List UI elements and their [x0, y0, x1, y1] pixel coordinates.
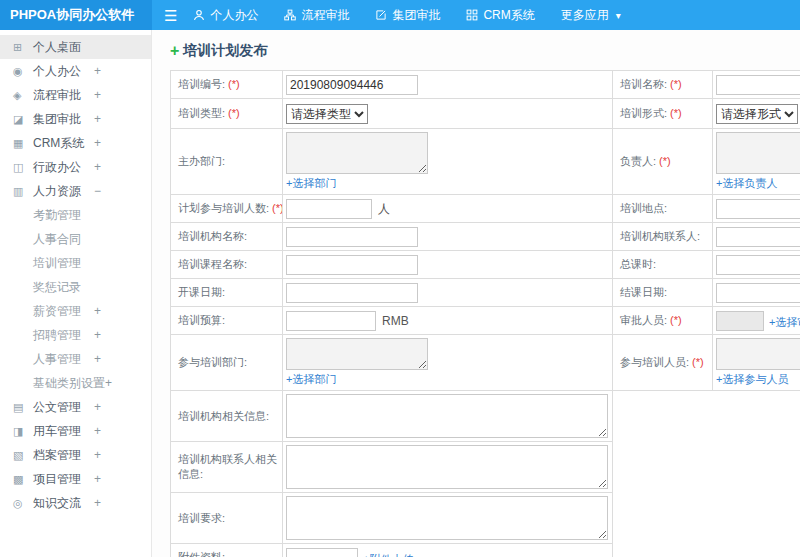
planned-participants-input[interactable] — [286, 199, 372, 219]
training-org-name-input[interactable] — [286, 227, 418, 247]
nav-label: CRM系统 — [483, 7, 534, 24]
select-department-link[interactable]: +选择部门 — [286, 372, 336, 387]
sidebar-item-hr[interactable]: ▥ 人力资源 − — [0, 179, 151, 203]
page-title: + 培训计划发布 — [170, 42, 800, 60]
sidebar-item-group-approval[interactable]: ◪ 集团审批 + — [0, 107, 151, 131]
sidebar-item-rewards[interactable]: 奖惩记录 — [0, 275, 151, 299]
course-name-input[interactable] — [286, 255, 418, 275]
nav-label: 流程审批 — [301, 7, 349, 24]
grid-icon — [466, 9, 478, 21]
select-leader-link[interactable]: +选择负责人 — [716, 176, 777, 191]
form-row: 培训编号:(*) 培训名称:(*) — [171, 71, 800, 99]
nav-crm[interactable]: CRM系统 — [466, 7, 534, 24]
host-department-textarea[interactable] — [286, 132, 428, 174]
expand-marker: + — [105, 377, 112, 389]
required-mark: (*) — [692, 356, 704, 368]
sidebar-item-archives[interactable]: ▧ 档案管理 + — [0, 443, 151, 467]
expand-marker: + — [94, 449, 101, 461]
expand-marker: + — [94, 329, 101, 341]
sidebar-item-documents[interactable]: ▤ 公文管理 + — [0, 395, 151, 419]
participating-departments-textarea[interactable] — [286, 338, 428, 370]
training-requirements-textarea[interactable] — [286, 496, 608, 540]
form-row: 开课日期: 结课日期: — [171, 279, 800, 307]
desktop-icon: ⊞ — [13, 41, 28, 54]
nav-more-apps[interactable]: 更多应用 ▾ — [561, 7, 621, 24]
project-icon: ▩ — [13, 473, 28, 486]
required-mark: (*) — [228, 107, 240, 119]
expand-marker: + — [94, 497, 101, 509]
required-mark: (*) — [670, 107, 682, 119]
sidebar-item-desktop[interactable]: ⊞ 个人桌面 — [0, 35, 151, 59]
approver-input[interactable] — [716, 311, 764, 331]
form-row: 培训课程名称: 总课时: — [171, 251, 800, 279]
training-number-input[interactable] — [286, 75, 418, 95]
sidebar-item-personal-office[interactable]: ◉ 个人办公 + — [0, 59, 151, 83]
menu-icon[interactable]: ☰ — [164, 8, 177, 23]
required-mark: (*) — [670, 78, 682, 90]
sidebar-item-salary[interactable]: 薪资管理 + — [0, 299, 151, 323]
total-hours-input[interactable] — [716, 255, 800, 275]
org-contact-info-textarea[interactable] — [286, 445, 608, 489]
leader-textarea[interactable] — [716, 132, 800, 174]
unit-suffix: 人 — [378, 202, 390, 216]
form-row: 培训预算: RMB 审批人员:(*) +选择审批人员 — [171, 307, 800, 335]
sidebar-item-hr-contract[interactable]: 人事合同 — [0, 227, 151, 251]
form-row: 计划参与培训人数:(*) 人 培训地点: — [171, 195, 800, 223]
caret-down-icon: ▾ — [616, 10, 621, 21]
expand-marker: + — [94, 137, 101, 149]
select-participants-link[interactable]: +选择参与人员 — [716, 372, 788, 387]
flow-icon: ◈ — [13, 89, 28, 102]
start-date-input[interactable] — [286, 283, 418, 303]
sidebar-item-vehicle[interactable]: ◨ 用车管理 + — [0, 419, 151, 443]
expand-marker: + — [94, 113, 101, 125]
grid-icon: ▦ — [13, 137, 28, 150]
page-title-text: 培训计划发布 — [183, 42, 267, 60]
folder-icon: ▧ — [13, 449, 28, 462]
end-date-input[interactable] — [716, 283, 800, 303]
attachment-upload-link[interactable]: +附件上传 — [363, 552, 413, 557]
nav-label: 更多应用 — [561, 7, 609, 24]
document-icon: ▤ — [13, 401, 28, 414]
sidebar-item-recruitment[interactable]: 招聘管理 + — [0, 323, 151, 347]
attachment-input[interactable] — [286, 548, 358, 557]
sidebar-item-projects[interactable]: ▩ 项目管理 + — [0, 467, 151, 491]
training-form-select[interactable]: 请选择形式 — [716, 104, 798, 124]
sidebar-item-base-category[interactable]: 基础类别设置 + — [0, 371, 151, 395]
sidebar-item-attendance[interactable]: 考勤管理 — [0, 203, 151, 227]
app-logo: PHPOA协同办公软件 — [0, 0, 152, 30]
form-row: 主办部门: +选择部门 负责人:(*) +选择负责人 — [171, 129, 800, 195]
training-name-input[interactable] — [716, 75, 800, 95]
training-type-select[interactable]: 请选择类型 — [286, 104, 368, 124]
edit-icon: ◪ — [13, 113, 28, 126]
sidebar-item-process-approval[interactable]: ◈ 流程审批 + — [0, 83, 151, 107]
sidebar-item-knowledge[interactable]: ◎ 知识交流 + — [0, 491, 151, 515]
nav-personal-office[interactable]: 个人办公 — [193, 7, 258, 24]
sidebar-item-crm[interactable]: ▦ CRM系统 + — [0, 131, 151, 155]
plus-icon: + — [170, 43, 179, 59]
flow-icon — [284, 9, 296, 21]
nav-group-approval[interactable]: 集团审批 — [375, 7, 440, 24]
briefcase-icon: ◫ — [13, 161, 28, 174]
form-row: 培训要求: — [171, 493, 800, 544]
nav-label: 个人办公 — [210, 7, 258, 24]
training-location-input[interactable] — [716, 199, 800, 219]
select-department-link[interactable]: +选择部门 — [286, 176, 336, 191]
participants-textarea[interactable] — [716, 338, 800, 370]
training-org-contact-input[interactable] — [716, 227, 800, 247]
expand-marker: + — [94, 305, 101, 317]
org-info-textarea[interactable] — [286, 394, 608, 438]
app-screen: PHPOA协同办公软件 ☰ 个人办公 流程审批 集团审批 CRM系统 更多应用 … — [0, 0, 800, 557]
required-mark: (*) — [659, 155, 671, 167]
car-icon: ◨ — [13, 425, 28, 438]
required-mark: (*) — [272, 202, 282, 214]
sidebar-item-training[interactable]: 培训管理 — [0, 251, 151, 275]
budget-input[interactable] — [286, 311, 376, 331]
form-row: 培训机构相关信息: — [171, 391, 800, 442]
expand-marker: + — [94, 89, 101, 101]
user-icon: ◉ — [13, 65, 28, 78]
select-approver-link[interactable]: +选择审批人员 — [769, 315, 800, 330]
sidebar-item-admin-office[interactable]: ◫ 行政办公 + — [0, 155, 151, 179]
nav-process-approval[interactable]: 流程审批 — [284, 7, 349, 24]
sidebar-item-personnel[interactable]: 人事管理 + — [0, 347, 151, 371]
people-icon: ▥ — [13, 185, 28, 198]
